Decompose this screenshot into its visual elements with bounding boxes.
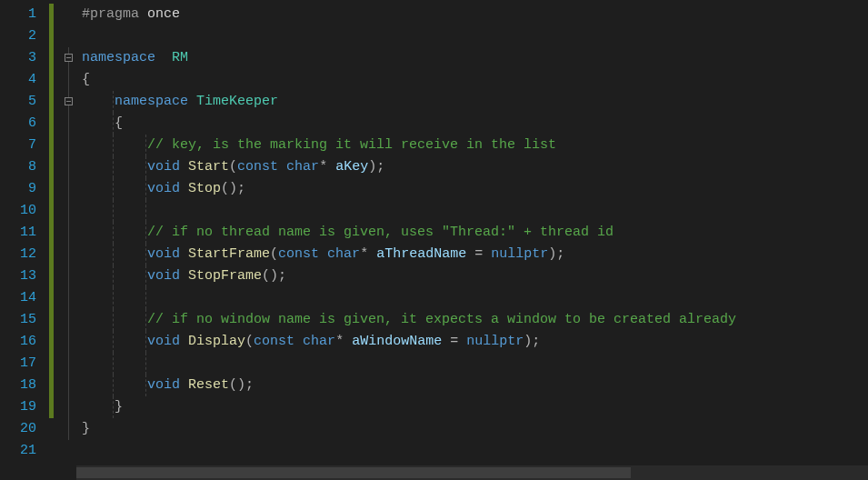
- line-number: 18: [0, 375, 36, 396]
- change-marker: [45, 91, 64, 113]
- change-marker: [45, 47, 64, 69]
- code-line[interactable]: void StopFrame();: [76, 265, 868, 287]
- code-line[interactable]: }: [76, 418, 868, 440]
- code-line[interactable]: [76, 200, 868, 222]
- code-line[interactable]: void StartFrame(const char* aThreadName …: [76, 244, 868, 265]
- code-line[interactable]: void Start(const char* aKey);: [76, 156, 868, 178]
- fold-cell: [64, 287, 76, 309]
- fold-cell: [64, 418, 76, 440]
- fold-toggle-icon[interactable]: [65, 97, 73, 105]
- fold-cell: [64, 91, 76, 113]
- equals: =: [442, 334, 466, 349]
- line-number: 6: [0, 113, 36, 135]
- change-marker: [45, 331, 64, 353]
- code-line[interactable]: [76, 287, 868, 309]
- paren-open: (: [270, 246, 278, 262]
- change-marker: [45, 309, 64, 331]
- code-editor[interactable]: 123456789101112131415161718192021 #pragm…: [0, 0, 868, 480]
- keyword-void: void: [147, 181, 180, 196]
- change-marker: [45, 353, 64, 375]
- fold-cell: [64, 331, 76, 353]
- function-name: StartFrame: [188, 246, 270, 262]
- code-line[interactable]: namespace TimeKeeper: [76, 91, 868, 113]
- code-line[interactable]: // key, is the marking it will receive i…: [76, 135, 868, 156]
- code-line[interactable]: namespace RM: [76, 47, 868, 69]
- brace-close: }: [82, 421, 90, 436]
- keyword-char: char: [286, 159, 319, 175]
- paren-close: );: [368, 159, 384, 175]
- function-name: Display: [188, 334, 245, 349]
- line-number: 15: [0, 309, 36, 331]
- fold-cell: [64, 25, 76, 47]
- fold-cell: [64, 440, 76, 462]
- code-line[interactable]: // if no thread name is given, uses "Thr…: [76, 222, 868, 244]
- fold-cell: [64, 265, 76, 287]
- code-line[interactable]: #pragma once: [76, 4, 868, 25]
- line-number: 20: [0, 418, 36, 440]
- change-marker: [45, 135, 64, 156]
- keyword-void: void: [147, 159, 180, 175]
- keyword-nullptr: nullptr: [491, 246, 548, 262]
- function-name: StopFrame: [188, 268, 262, 284]
- parens: ();: [262, 268, 286, 284]
- keyword-namespace: namespace: [82, 50, 155, 65]
- code-line[interactable]: {: [76, 69, 868, 91]
- code-line[interactable]: [76, 353, 868, 375]
- function-name: Start: [188, 159, 229, 175]
- parens: ();: [229, 377, 254, 393]
- code-area[interactable]: #pragma once namespace RM { namespace Ti…: [76, 0, 868, 480]
- code-line[interactable]: void Stop();: [76, 178, 868, 200]
- fold-cell: [64, 200, 76, 222]
- fold-cell: [64, 156, 76, 178]
- change-marker: [45, 178, 64, 200]
- change-marker: [45, 69, 64, 91]
- keyword-void: void: [147, 334, 180, 349]
- keyword-namespace: namespace: [115, 94, 188, 109]
- namespace-name: TimeKeeper: [196, 94, 278, 109]
- line-number: 10: [0, 200, 36, 222]
- code-line[interactable]: // if no window name is given, it expect…: [76, 309, 868, 331]
- fold-cell: [64, 113, 76, 135]
- change-marker: [45, 440, 64, 462]
- code-line[interactable]: {: [76, 113, 868, 135]
- brace-open: {: [82, 72, 90, 87]
- line-number: 14: [0, 287, 36, 309]
- change-marker: [45, 200, 64, 222]
- comment: // if no window name is given, it expect…: [147, 312, 736, 327]
- line-number: 7: [0, 135, 36, 156]
- line-number: 5: [0, 91, 36, 113]
- paren-open: (: [245, 334, 254, 349]
- fold-cell: [64, 69, 76, 91]
- horizontal-scrollbar[interactable]: [76, 465, 868, 480]
- fold-toggle-icon[interactable]: [65, 54, 73, 62]
- keyword-char: char: [303, 334, 335, 349]
- brace-close: }: [115, 399, 123, 415]
- line-number: 4: [0, 69, 36, 91]
- code-line[interactable]: [76, 440, 868, 462]
- line-number: 13: [0, 265, 36, 287]
- parens: ();: [221, 181, 245, 196]
- code-line[interactable]: }: [76, 396, 868, 418]
- change-marker: [45, 418, 64, 440]
- change-marker: [45, 222, 64, 244]
- comment: // if no thread name is given, uses "Thr…: [147, 225, 614, 240]
- change-marker: [45, 265, 64, 287]
- scrollbar-thumb[interactable]: [76, 467, 631, 478]
- change-marker: [45, 4, 64, 25]
- fold-cell: [64, 353, 76, 375]
- equals: =: [466, 246, 491, 262]
- change-marker: [45, 244, 64, 265]
- paren-close: );: [524, 334, 540, 349]
- pointer-star: *: [335, 334, 344, 349]
- fold-cell: [64, 309, 76, 331]
- namespace-name: RM: [172, 50, 188, 65]
- code-line[interactable]: [76, 25, 868, 47]
- code-line[interactable]: void Reset();: [76, 375, 868, 396]
- change-marker: [45, 396, 64, 418]
- function-name: Stop: [188, 181, 221, 196]
- fold-cell: [64, 375, 76, 396]
- line-number: 9: [0, 178, 36, 200]
- fold-cell: [64, 135, 76, 156]
- pointer-star: *: [319, 159, 327, 175]
- code-line[interactable]: void Display(const char* aWindowName = n…: [76, 331, 868, 353]
